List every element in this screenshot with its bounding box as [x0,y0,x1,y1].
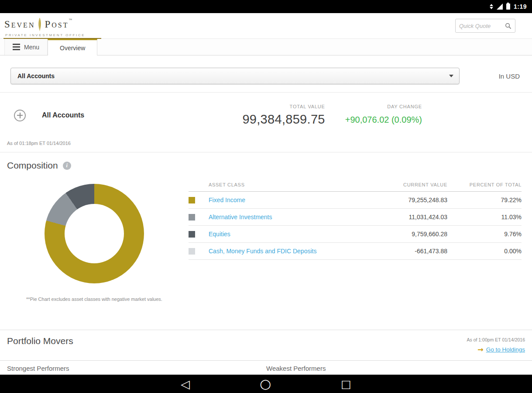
asset-link-cash[interactable]: Cash, Money Funds and FDIC Deposits [209,248,343,255]
menu-button[interactable]: Menu [4,39,48,55]
asset-table-header: ASSET CLASS CURRENT VALUE PERCENT OF TOT… [189,180,522,192]
summary-band: All Accounts TOTAL VALUE 99,384,859.75 D… [0,93,532,128]
pie-chart-footnote: **Pie Chart excludes asset classes with … [26,296,162,302]
feather-icon [37,16,43,33]
total-value-label: TOTAL VALUE [290,104,325,109]
table-row: Cash, Money Funds and FDIC Deposits -661… [189,243,522,260]
day-change-label: DAY CHANGE [387,104,422,109]
composition-chart-area: **Pie Chart excludes asset classes with … [7,180,182,302]
android-status-bar: 1:19 [0,0,532,13]
status-clock: 1:19 [514,3,527,10]
menu-button-label: Menu [24,44,39,51]
search-icon[interactable] [505,23,511,29]
portfolio-movers-as-of: As of 1:00pm ET 01/14/2016 [467,336,525,342]
hamburger-icon [13,44,20,50]
battery-icon [506,3,510,10]
current-value: -661,473.88 [343,248,447,255]
summary-account-name: All Accounts [42,111,84,119]
currency-label: In USD [499,72,520,80]
data-activity-icon [490,4,493,9]
total-value-block: TOTAL VALUE 99,384,859.75 [242,104,325,127]
portfolio-movers-meta: As of 1:00pm ET 01/14/2016 → Go to Holdi… [467,336,525,354]
asset-link-alternative-investments[interactable]: Alternative Investments [209,214,343,221]
summary-as-of: As of 01:18pm ET 01/14/2016 [0,128,532,152]
accounts-dropdown-value: All Accounts [17,72,55,79]
brand-word-post: Post [45,19,69,30]
accounts-dropdown[interactable]: All Accounts [10,68,460,84]
android-nav-bar: ◁ ○ □ [0,375,532,393]
composition-donut [45,184,144,283]
app-window: Seven Post ™ PRIVATE INVESTMENT OFFICE [0,13,532,393]
signal-strength-icon [497,3,503,10]
quick-quote-box[interactable] [455,19,515,33]
table-row: Alternative Investments 11,031,424.03 11… [189,209,522,226]
percent-of-total: 79.22% [447,196,522,203]
tab-bar: Menu Overview [0,38,532,55]
tablet-screen: 1:19 Seven Post ™ PRIVATE INVESTMENT OFF… [0,0,532,393]
brand-trademark: ™ [69,18,72,22]
composition-title-row: Composition [7,160,525,171]
arrow-right-icon: → [477,345,483,354]
header-asset-class: ASSET CLASS [209,182,343,187]
composition-section: Composition **Pie Chart excludes asset c… [0,152,532,302]
back-button[interactable]: ◁ [181,378,190,390]
current-value: 79,255,248.83 [343,196,447,203]
legend-swatch-alternative-investments [189,214,195,221]
home-button[interactable]: ○ [260,377,271,390]
portfolio-movers-header: Portfolio Movers As of 1:00pm ET 01/14/2… [7,336,525,354]
current-value: 9,759,660.28 [343,231,447,238]
table-row: Equities 9,759,660.28 9.76% [189,226,522,243]
percent-of-total: 0.00% [447,248,522,255]
percent-of-total: 11.03% [447,214,522,221]
asset-link-equities[interactable]: Equities [209,231,343,238]
day-change-value: +90,076.02 (0.09%) [345,115,422,125]
asset-link-fixed-income[interactable]: Fixed Income [209,196,343,203]
percent-of-total: 9.76% [447,231,522,238]
composition-body: **Pie Chart excludes asset classes with … [7,180,525,302]
legend-swatch-cash [189,248,195,255]
tab-overview[interactable]: Overview [48,39,97,55]
header-percent-of-total: PERCENT OF TOTAL [447,182,522,187]
expand-accounts-button[interactable] [14,110,26,121]
account-selector-row: All Accounts In USD [0,55,532,92]
portfolio-movers-title: Portfolio Movers [7,336,73,346]
go-to-holdings-link[interactable]: → Go to Holdings [467,345,525,354]
current-value: 11,031,424.03 [343,214,447,221]
composition-title: Composition [7,160,58,171]
recents-button[interactable]: □ [341,379,351,390]
table-row: Fixed Income 79,255,248.83 79.22% [189,192,522,209]
quick-quote-input[interactable] [459,23,501,29]
app-header: Seven Post ™ PRIVATE INVESTMENT OFFICE [0,13,532,38]
day-change-block: DAY CHANGE +90,076.02 (0.09%) [345,104,422,127]
brand-logo: Seven Post ™ PRIVATE INVESTMENT OFFICE [4,14,85,37]
portfolio-movers-section: Portfolio Movers As of 1:00pm ET 01/14/2… [0,330,532,381]
asset-class-table: ASSET CLASS CURRENT VALUE PERCENT OF TOT… [189,180,522,302]
legend-swatch-equities [189,231,195,238]
summary-values: TOTAL VALUE 99,384,859.75 DAY CHANGE +90… [242,104,522,127]
brand-wordmark: Seven Post ™ [4,16,85,33]
brand-word-seven: Seven [4,19,35,30]
brand-underline [3,38,101,39]
weakest-performers-label: Weakest Performers [266,365,525,372]
info-icon[interactable] [63,162,71,170]
legend-swatch-fixed-income [189,197,195,203]
dropdown-caret-icon [449,75,453,77]
go-to-holdings-label: Go to Holdings [486,346,525,353]
total-value: 99,384,859.75 [242,112,325,127]
strongest-performers-label: Strongest Performers [7,365,266,372]
tab-overview-label: Overview [60,45,85,52]
brand-tagline: PRIVATE INVESTMENT OFFICE [4,33,85,37]
header-current-value: CURRENT VALUE [343,182,447,187]
